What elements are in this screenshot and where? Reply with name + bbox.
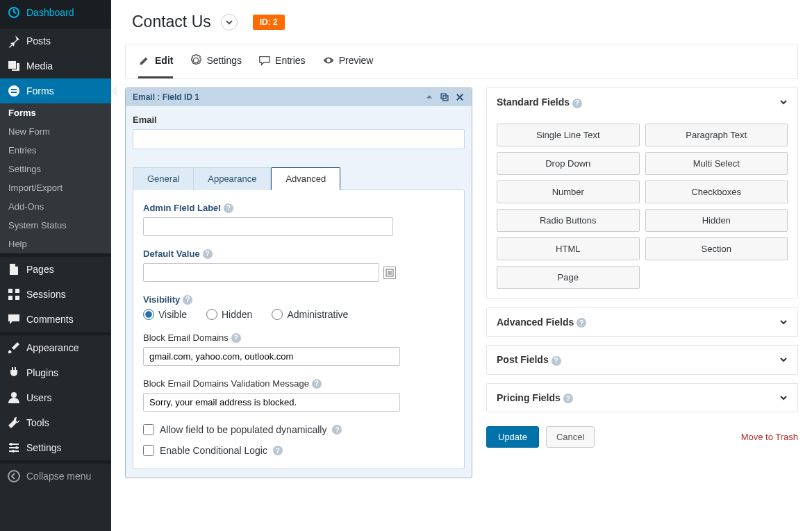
form-switcher[interactable] xyxy=(221,14,238,31)
forms-icon xyxy=(7,84,21,98)
help-icon[interactable]: ? xyxy=(183,295,192,305)
pages-icon xyxy=(7,262,21,276)
panel-pricing-fields: Pricing Fields ? xyxy=(486,383,798,413)
inner-tab-general[interactable]: General xyxy=(133,167,194,190)
sidebar-label: Media xyxy=(26,60,53,71)
sidebar-item-forms[interactable]: Forms xyxy=(0,78,111,103)
sidebar-item-settings[interactable]: Settings xyxy=(0,435,111,460)
field-btn-multiselect[interactable]: Multi Select xyxy=(645,152,788,175)
inner-tab-advanced[interactable]: Advanced xyxy=(271,167,340,190)
field-btn-single-line[interactable]: Single Line Text xyxy=(497,124,640,146)
help-icon[interactable]: ? xyxy=(231,333,241,343)
svg-point-0 xyxy=(8,85,19,96)
panel-header-post[interactable]: Post Fields ? xyxy=(487,346,797,374)
field-btn-html[interactable]: HTML xyxy=(497,237,640,260)
merge-tag-icon[interactable] xyxy=(383,267,396,279)
svg-rect-1 xyxy=(8,289,13,293)
form-actions: Update Cancel Move to Trash xyxy=(486,426,798,448)
check-conditional[interactable]: Enable Conditional Logic ? xyxy=(143,445,454,456)
sidebar-label: Tools xyxy=(26,417,49,428)
sidebar-item-pages[interactable]: Pages xyxy=(0,257,111,282)
collapse-icon[interactable] xyxy=(424,92,434,102)
brush-icon xyxy=(7,341,21,355)
close-icon[interactable] xyxy=(455,92,465,102)
field-btn-section[interactable]: Section xyxy=(645,237,788,260)
svg-rect-2 xyxy=(15,289,19,293)
duplicate-icon[interactable] xyxy=(440,92,449,102)
help-icon[interactable]: ? xyxy=(577,318,586,328)
sidebar-item-appearance[interactable]: Appearance xyxy=(0,335,111,360)
help-icon[interactable]: ? xyxy=(273,446,283,455)
tab-settings[interactable]: Settings xyxy=(190,54,242,78)
sidebar-collapse[interactable]: Collapse menu xyxy=(0,464,111,489)
field-card-header[interactable]: Email : Field ID 1 xyxy=(126,88,472,106)
field-btn-dropdown[interactable]: Drop Down xyxy=(497,152,640,175)
help-icon[interactable]: ? xyxy=(552,356,561,366)
field-btn-hidden[interactable]: Hidden xyxy=(645,209,788,232)
block-domains-input[interactable] xyxy=(143,347,400,366)
default-value-label: Default Value ? xyxy=(143,248,454,259)
help-icon[interactable]: ? xyxy=(203,249,213,259)
email-field-preview[interactable] xyxy=(133,129,465,149)
field-btn-checkboxes[interactable]: Checkboxes xyxy=(645,180,788,203)
sub-settings[interactable]: Settings xyxy=(0,160,111,178)
sub-system-status[interactable]: System Status xyxy=(0,216,111,235)
sub-addons[interactable]: Add-Ons xyxy=(0,197,111,216)
trash-link[interactable]: Move to Trash xyxy=(741,432,798,442)
sidebar-item-media[interactable]: Media xyxy=(0,53,111,78)
field-btn-radio[interactable]: Radio Buttons xyxy=(497,209,640,232)
sub-forms[interactable]: Forms xyxy=(0,103,111,122)
cancel-button[interactable]: Cancel xyxy=(546,426,595,448)
field-btn-paragraph[interactable]: Paragraph Text xyxy=(645,124,788,146)
sub-new-form[interactable]: New Form xyxy=(0,122,111,141)
sub-entries[interactable]: Entries xyxy=(0,141,111,160)
check-dynamic[interactable]: Allow field to be populated dynamically … xyxy=(143,424,454,435)
form-tabs: Edit Settings Entries Preview xyxy=(125,44,798,79)
panel-header-advanced[interactable]: Advanced Fields ? xyxy=(487,308,797,337)
admin-sidebar: Dashboard Posts Media Forms Forms New Fo… xyxy=(0,0,111,531)
svg-point-8 xyxy=(12,450,15,453)
svg-point-9 xyxy=(8,471,19,482)
help-icon[interactable]: ? xyxy=(563,394,573,403)
radio-hidden[interactable]: Hidden xyxy=(206,309,252,320)
help-icon[interactable]: ? xyxy=(572,99,582,108)
admin-label-input[interactable] xyxy=(143,217,393,236)
radio-administrative[interactable]: Administrative xyxy=(272,309,348,320)
block-msg-input[interactable] xyxy=(143,393,400,412)
main-content: Contact Us ID: 2 Edit Settings Entries P… xyxy=(111,0,812,531)
default-value-input[interactable] xyxy=(143,263,379,282)
sidebar-item-users[interactable]: Users xyxy=(0,385,111,410)
svg-point-5 xyxy=(11,392,17,398)
help-icon[interactable]: ? xyxy=(224,203,233,213)
sub-help[interactable]: Help xyxy=(0,235,111,253)
panel-header-standard[interactable]: Standard Fields ? xyxy=(487,88,797,117)
sliders-icon xyxy=(7,441,21,455)
sidebar-item-sessions[interactable]: Sessions xyxy=(0,282,111,307)
tab-edit[interactable]: Edit xyxy=(138,54,173,78)
sidebar-item-comments[interactable]: Comments xyxy=(0,307,111,332)
sidebar-item-posts[interactable]: Posts xyxy=(0,28,111,53)
field-btn-page[interactable]: Page xyxy=(497,266,640,289)
sidebar-label: Dashboard xyxy=(26,7,74,18)
svg-rect-4 xyxy=(15,296,19,300)
help-icon[interactable]: ? xyxy=(312,379,322,389)
chat-icon xyxy=(258,54,271,67)
gear-icon xyxy=(190,54,202,67)
update-button[interactable]: Update xyxy=(486,426,539,448)
tab-entries[interactable]: Entries xyxy=(258,54,306,78)
field-btn-number[interactable]: Number xyxy=(497,180,640,203)
tab-preview[interactable]: Preview xyxy=(322,54,374,78)
sub-import-export[interactable]: Import/Export xyxy=(0,178,111,197)
tab-label: Edit xyxy=(155,55,173,66)
panel-header-pricing[interactable]: Pricing Fields ? xyxy=(487,384,797,412)
chevron-down-icon xyxy=(779,98,788,106)
sidebar-item-tools[interactable]: Tools xyxy=(0,410,111,435)
user-icon xyxy=(7,391,21,405)
sidebar-label: Forms xyxy=(26,85,54,96)
help-icon[interactable]: ? xyxy=(332,425,342,435)
inner-tab-appearance[interactable]: Appearance xyxy=(194,167,271,190)
sidebar-item-plugins[interactable]: Plugins xyxy=(0,360,111,385)
radio-visible[interactable]: Visible xyxy=(143,309,187,320)
sidebar-item-dashboard[interactable]: Dashboard xyxy=(0,0,111,25)
field-card-email: Email : Field ID 1 Email General Appeara… xyxy=(125,87,472,478)
